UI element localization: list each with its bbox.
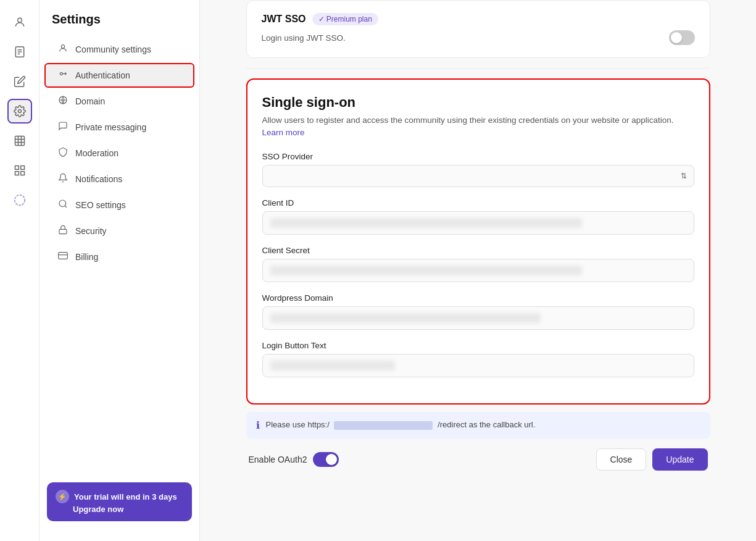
login-button-text-group: Login Button Text bbox=[262, 341, 694, 377]
sso-provider-select[interactable] bbox=[262, 165, 694, 187]
callback-info-text: Please use https:/ /redirect as the call… bbox=[266, 420, 536, 430]
client-secret-masked bbox=[270, 266, 583, 275]
sidebar-item-seo-settings[interactable]: SEO settings bbox=[44, 193, 194, 217]
client-id-input-container[interactable] bbox=[262, 211, 694, 235]
trial-banner-line2: Upgrade now bbox=[56, 505, 183, 514]
sidebar-label-billing: Billing bbox=[75, 252, 98, 262]
icon-sidebar bbox=[0, 0, 39, 541]
nav-icon-document[interactable] bbox=[7, 40, 32, 64]
nav-sidebar: Settings Community settings Authenticati… bbox=[39, 0, 200, 541]
sidebar-label-community-settings: Community settings bbox=[75, 44, 151, 54]
nav-icon-grid[interactable] bbox=[7, 158, 32, 183]
svg-point-19 bbox=[59, 200, 66, 207]
client-secret-group: Client Secret bbox=[262, 246, 694, 282]
client-id-group: Client ID bbox=[262, 198, 694, 235]
sidebar-label-private-messaging: Private messaging bbox=[75, 122, 146, 132]
button-group: Close Update bbox=[596, 448, 708, 471]
nav-icon-edit[interactable] bbox=[7, 69, 32, 94]
sidebar-label-security: Security bbox=[75, 226, 107, 236]
sso-description: Allow users to register and access the c… bbox=[262, 114, 694, 140]
jwt-title: JWT SSO bbox=[262, 14, 306, 25]
sso-card: Single sign-on Allow users to register a… bbox=[246, 78, 710, 405]
update-button[interactable]: Update bbox=[652, 448, 707, 471]
security-icon bbox=[57, 225, 69, 237]
sidebar-item-private-messaging[interactable]: Private messaging bbox=[44, 115, 194, 140]
login-button-text-masked bbox=[270, 361, 395, 371]
svg-rect-12 bbox=[20, 166, 24, 170]
trial-icon: ⚡ bbox=[56, 490, 69, 503]
sidebar-label-domain: Domain bbox=[75, 96, 105, 106]
domain-icon bbox=[57, 95, 69, 107]
sidebar-label-notifications: Notifications bbox=[75, 174, 122, 184]
sidebar-label-moderation: Moderation bbox=[75, 148, 118, 158]
billing-icon bbox=[57, 251, 69, 263]
svg-rect-11 bbox=[15, 166, 19, 170]
svg-rect-6 bbox=[15, 136, 24, 146]
sso-provider-select-wrapper: ⇅ bbox=[262, 165, 694, 187]
sidebar-item-notifications[interactable]: Notifications bbox=[44, 167, 194, 191]
jwt-toggle[interactable] bbox=[669, 30, 695, 45]
svg-rect-14 bbox=[20, 172, 24, 175]
oauth2-row: Enable OAuth2 bbox=[249, 452, 339, 467]
svg-rect-21 bbox=[59, 229, 67, 233]
callback-info-banner: ℹ Please use https:/ /redirect as the ca… bbox=[246, 412, 710, 438]
sidebar-item-security[interactable]: Security bbox=[44, 219, 194, 243]
close-button[interactable]: Close bbox=[596, 448, 647, 471]
community-settings-icon bbox=[57, 43, 69, 56]
main-content: JWT SSO ✓ Premium plan Login using JWT S… bbox=[200, 0, 756, 541]
wordpress-domain-group: Wordpress Domain bbox=[262, 293, 694, 330]
sidebar-item-moderation[interactable]: Moderation bbox=[44, 141, 194, 166]
client-id-label: Client ID bbox=[262, 198, 694, 208]
jwt-sso-card: JWT SSO ✓ Premium plan Login using JWT S… bbox=[246, 0, 710, 58]
sso-provider-group: SSO Provider ⇅ bbox=[262, 152, 694, 187]
wordpress-domain-label: Wordpress Domain bbox=[262, 293, 694, 303]
nav-icon-user[interactable] bbox=[7, 10, 32, 35]
login-button-text-input-container[interactable] bbox=[262, 354, 694, 377]
oauth2-toggle[interactable] bbox=[313, 452, 339, 467]
client-id-masked bbox=[270, 218, 583, 228]
sidebar-item-domain[interactable]: Domain bbox=[44, 89, 194, 114]
authentication-icon bbox=[57, 69, 69, 82]
svg-point-15 bbox=[14, 195, 25, 206]
oauth2-label: Enable OAuth2 bbox=[249, 455, 307, 464]
notifications-icon bbox=[57, 173, 69, 185]
jwt-toggle-label: Login using JWT SSO. bbox=[262, 33, 346, 43]
sidebar-label-authentication: Authentication bbox=[75, 70, 130, 80]
svg-rect-22 bbox=[59, 253, 68, 259]
svg-point-0 bbox=[17, 18, 22, 22]
svg-line-20 bbox=[65, 206, 67, 208]
client-secret-input-container[interactable] bbox=[262, 259, 694, 282]
nav-icon-settings[interactable] bbox=[7, 99, 32, 124]
client-secret-label: Client Secret bbox=[262, 246, 694, 255]
sidebar-label-seo-settings: SEO settings bbox=[75, 200, 126, 210]
sidebar-title: Settings bbox=[39, 12, 199, 36]
sidebar-item-billing[interactable]: Billing bbox=[44, 245, 194, 269]
svg-point-5 bbox=[18, 110, 21, 113]
trial-banner[interactable]: ⚡ Your trial will end in 3 days Upgrade … bbox=[47, 482, 192, 521]
nav-icon-circle[interactable] bbox=[7, 188, 32, 212]
moderation-icon bbox=[57, 147, 69, 159]
sidebar-item-authentication[interactable]: Authentication bbox=[44, 63, 194, 88]
action-row: Enable OAuth2 Close Update bbox=[246, 448, 710, 471]
sso-provider-label: SSO Provider bbox=[262, 152, 694, 161]
sso-title: Single sign-on bbox=[262, 94, 694, 111]
login-button-text-label: Login Button Text bbox=[262, 341, 694, 350]
info-icon: ℹ bbox=[256, 419, 260, 431]
wordpress-domain-masked bbox=[270, 313, 541, 323]
callback-url-masked bbox=[334, 421, 433, 430]
premium-badge: ✓ Premium plan bbox=[312, 13, 378, 25]
learn-more-link[interactable]: Learn more bbox=[262, 128, 305, 137]
svg-point-17 bbox=[60, 72, 62, 75]
nav-icon-chart[interactable] bbox=[7, 128, 32, 153]
wordpress-domain-input-container[interactable] bbox=[262, 306, 694, 330]
private-messaging-icon bbox=[57, 121, 69, 133]
trial-banner-line1: Your trial will end in 3 days bbox=[74, 492, 177, 501]
seo-icon bbox=[57, 199, 69, 211]
svg-rect-13 bbox=[15, 172, 19, 175]
sidebar-item-community-settings[interactable]: Community settings bbox=[44, 37, 194, 62]
svg-point-16 bbox=[61, 45, 64, 48]
